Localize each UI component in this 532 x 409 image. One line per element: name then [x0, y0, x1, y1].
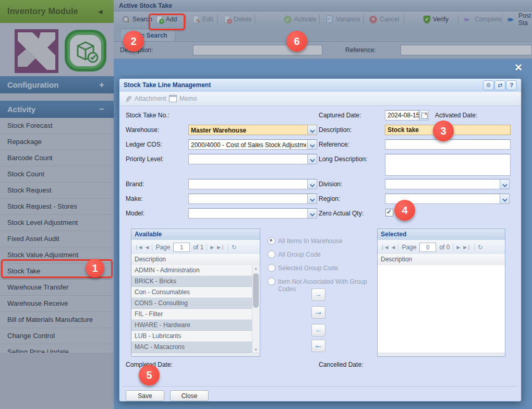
move-all-left-button[interactable]: ←	[311, 340, 325, 352]
priority-level-label: Priority Level:	[126, 155, 164, 163]
brand-label: Brand:	[126, 181, 144, 188]
radio-label: All Group Code	[278, 251, 377, 258]
brand-combo[interactable]	[188, 179, 317, 189]
radio-not-associated[interactable]	[268, 278, 275, 285]
page-of-label: of 0	[439, 244, 450, 251]
next-page-icon[interactable]: ▶	[210, 245, 214, 250]
move-all-right-button[interactable]: →	[311, 306, 325, 319]
activated-date-label: Activated Date:	[435, 112, 477, 119]
cancelled-date-label: Cancelled Date:	[319, 361, 363, 368]
modal-header: Stock Take Line Management ⚙ ⇄ ?	[119, 79, 521, 92]
modal-description-label: Description:	[319, 126, 352, 134]
memo-icon	[169, 95, 177, 102]
captured-date-input[interactable]: 2024-08-15	[385, 110, 419, 121]
radio-all-items[interactable]	[268, 237, 275, 245]
chevron-down-icon[interactable]	[307, 179, 317, 189]
refresh-icon[interactable]: ⇄	[494, 80, 505, 90]
radio-label: Selected Group Code	[278, 264, 377, 272]
chevron-down-icon[interactable]	[307, 209, 317, 218]
annotation-box-add	[149, 14, 185, 30]
calendar-icon[interactable]	[419, 110, 429, 121]
prev-page-icon[interactable]: ◀	[391, 245, 395, 250]
region-label: Region:	[319, 195, 340, 202]
list-item[interactable]: MAC - Macacrons	[131, 342, 252, 353]
chevron-down-icon[interactable]	[500, 194, 509, 203]
first-page-icon[interactable]: ❘◀	[135, 245, 142, 250]
modal-toolbar: Attachment Memo	[119, 92, 521, 106]
move-left-button[interactable]: ←	[311, 324, 325, 336]
available-column-header[interactable]: Description	[131, 254, 260, 266]
division-combo[interactable]	[385, 179, 510, 189]
selected-panel: Selected ❘◀ ◀ Page of 0 ▶ ▶❘ ↻ Descripti…	[377, 228, 505, 357]
warehouse-label: Warehouse:	[126, 126, 159, 134]
available-list: ADMIN - Administration BRICK - Bricks Co…	[131, 265, 260, 353]
selected-column-header[interactable]: Description	[378, 254, 505, 266]
memo-button[interactable]: Memo	[169, 94, 197, 103]
available-pager: ❘◀ ◀ Page of 1 ▶ ▶❘ ↻	[131, 240, 260, 255]
radio-selected-group-code[interactable]	[268, 264, 275, 272]
last-page-icon[interactable]: ▶❘	[217, 245, 224, 250]
long-description-textarea[interactable]	[385, 154, 511, 176]
make-label: Make:	[126, 195, 143, 202]
radio-all-group-code[interactable]	[268, 250, 275, 258]
long-description-label: Long Description:	[319, 155, 367, 163]
stock-take-no-label: Stock Take No.:	[126, 112, 170, 119]
close-button[interactable]: Close	[170, 390, 209, 401]
priority-level-combo[interactable]	[188, 154, 317, 164]
list-item[interactable]: ADMIN - Administration	[131, 265, 252, 276]
last-page-icon[interactable]: ▶❘	[463, 245, 470, 250]
list-item[interactable]: LUB - Lubricants	[131, 331, 252, 342]
close-icon[interactable]: ✕	[514, 62, 523, 74]
save-button[interactable]: Save	[126, 390, 164, 401]
scroll-up-icon[interactable]: ▲	[252, 265, 259, 272]
modal-title: Stock Take Line Management	[124, 81, 211, 89]
scrollbar-thumb[interactable]	[253, 273, 259, 308]
prev-page-icon[interactable]: ◀	[145, 245, 149, 250]
chevron-down-icon[interactable]	[307, 194, 317, 203]
page-of-label: of 1	[193, 244, 203, 251]
list-item[interactable]: Con - Consumables	[131, 287, 252, 298]
list-item[interactable]: CONS - Consulting	[131, 298, 252, 309]
captured-date-label: Captured Date:	[319, 112, 361, 119]
selected-pager: ❘◀ ◀ Page of 0 ▶ ▶❘ ↻	[378, 240, 505, 255]
annotation-badge-1: 1	[86, 259, 104, 278]
first-page-icon[interactable]: ❘◀	[381, 245, 388, 250]
annotation-badge-5: 5	[139, 365, 160, 386]
chevron-down-icon[interactable]	[307, 140, 317, 149]
gear-icon[interactable]: ⚙	[483, 80, 494, 90]
refresh-icon[interactable]: ↻	[232, 244, 237, 251]
page-number-input[interactable]	[419, 243, 436, 252]
model-label: Model:	[126, 210, 144, 217]
list-item[interactable]: BRICK - Bricks	[131, 276, 252, 287]
vertical-scrollbar[interactable]: ▲ ▼	[252, 265, 260, 353]
annotation-badge-6: 6	[286, 31, 307, 52]
make-combo[interactable]	[188, 194, 317, 204]
available-panel: Available ❘◀ ◀ Page of 1 ▶ ▶❘ ↻ Descript…	[131, 228, 260, 357]
zero-actual-qty-label: Zero Actual Qty:	[319, 210, 364, 217]
available-panel-title: Available	[131, 229, 260, 240]
page-number-input[interactable]	[173, 243, 190, 252]
list-item[interactable]: FIL - Filter	[131, 309, 252, 320]
chevron-down-icon[interactable]	[307, 154, 317, 164]
help-icon[interactable]: ?	[506, 80, 517, 90]
next-page-icon[interactable]: ▶	[456, 245, 460, 250]
zero-actual-qty-checkbox[interactable]	[385, 209, 393, 216]
attachment-button[interactable]: Attachment	[125, 94, 166, 103]
ledger-cos-combo[interactable]: 2000/4000 - Cost of Sales Stock Adjustme	[188, 139, 317, 150]
model-combo[interactable]	[188, 208, 317, 219]
list-item[interactable]: HWARE - Hardware	[131, 320, 252, 331]
refresh-icon[interactable]: ↻	[478, 244, 483, 251]
radio-label: All Items In Warehouse	[278, 237, 377, 245]
app-root: Inventory Module ◀	[0, 0, 532, 409]
selected-list	[378, 265, 505, 353]
stock-take-line-management-modal: Stock Take Line Management ⚙ ⇄ ? Attachm…	[119, 78, 522, 402]
page-label: Page	[402, 244, 416, 251]
page-label: Page	[155, 244, 170, 251]
annotation-badge-3: 3	[433, 121, 454, 141]
reference-input[interactable]	[385, 139, 511, 150]
move-right-button[interactable]: →	[311, 288, 325, 301]
chevron-down-icon[interactable]	[307, 125, 317, 135]
warehouse-combo[interactable]: Master Warehouse	[188, 125, 317, 135]
division-label: Division:	[319, 181, 342, 188]
chevron-down-icon[interactable]	[500, 179, 509, 189]
